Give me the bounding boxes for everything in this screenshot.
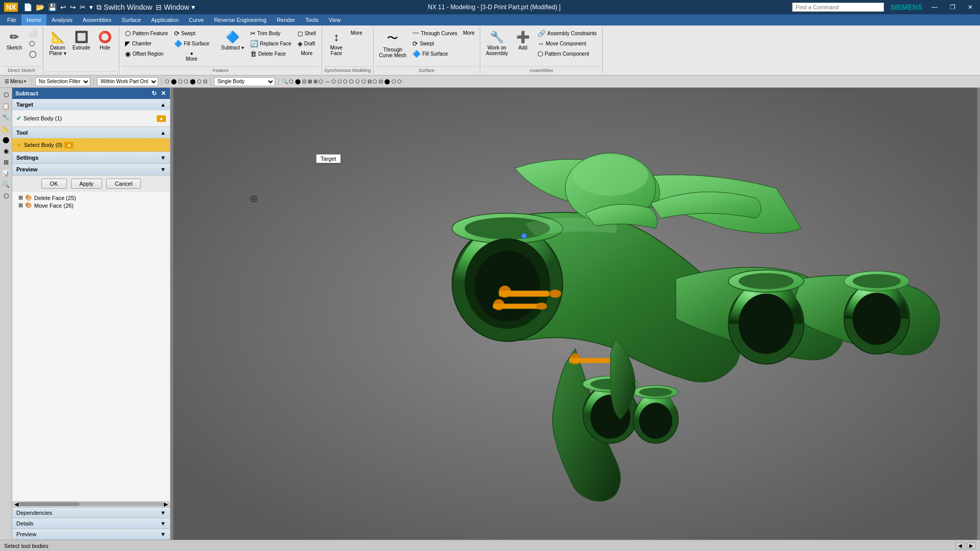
sidebar-icon-4[interactable]: 📐: [1, 123, 11, 134]
scroll-left-arrow[interactable]: ◀: [14, 501, 18, 508]
work-on-assembly-button[interactable]: 🔧 Work onAssembly: [483, 29, 510, 58]
statusbar-prev-button[interactable]: ◀: [955, 542, 965, 549]
selection-filter-dropdown[interactable]: No Selection Filter: [35, 77, 90, 86]
menu-file[interactable]: File: [2, 14, 21, 26]
pattern-feature-icon: ⬡: [125, 30, 131, 37]
qat-new[interactable]: 📄: [22, 3, 34, 12]
hole-icon: ⭕: [98, 31, 112, 44]
target-section-header[interactable]: Target ▲: [12, 99, 170, 110]
tree-item-2[interactable]: ⊞ 🎨 Move Face (26): [16, 202, 166, 209]
work-part-dropdown[interactable]: Within Work Part Onl: [97, 77, 158, 86]
scroll-right-arrow[interactable]: ▶: [164, 501, 168, 508]
menu-tools[interactable]: Tools: [300, 14, 324, 26]
through-curves-button[interactable]: 〰 Through Curves: [410, 29, 460, 38]
preview-section-header[interactable]: Preview ▼: [12, 164, 170, 175]
dependencies-header[interactable]: Dependencies ▼: [12, 508, 170, 518]
menu-application[interactable]: Application: [146, 14, 184, 26]
assembly-constraints-button[interactable]: 🔗 Assembly Constraints: [535, 29, 599, 38]
preview-bottom-header[interactable]: Preview ▼: [12, 529, 170, 539]
details-header[interactable]: Details ▼: [12, 518, 170, 529]
pattern-component-button[interactable]: ⬡ Pattern Component: [535, 49, 599, 59]
menu-label: Menu: [10, 79, 23, 84]
body-type-dropdown[interactable]: Single Body: [214, 77, 275, 86]
qat-undo[interactable]: ↩: [59, 3, 68, 12]
target-select-button[interactable]: ●: [157, 115, 166, 122]
surface-more-button[interactable]: More: [461, 29, 477, 37]
tool-select-button[interactable]: ●: [64, 142, 74, 148]
qat-switch-window[interactable]: ⧉ Switch Window: [95, 3, 154, 12]
tool-section-header[interactable]: Tool ▲: [12, 127, 170, 138]
sidebar-icon-3[interactable]: 🔧: [1, 112, 11, 122]
subtract-button[interactable]: 🔷 Subtract ▾: [218, 29, 247, 53]
sidebar-icon-8[interactable]: 📊: [1, 168, 11, 179]
sidebar-icon-10[interactable]: ⬡: [1, 191, 11, 201]
maximize-button[interactable]: ❐: [947, 3, 959, 12]
menu-icon[interactable]: ☰ Menu ▾: [2, 78, 29, 85]
move-component-button[interactable]: ↔ Move Component: [535, 39, 599, 48]
fill-surface-btn[interactable]: 🔷 Fill Surface: [410, 49, 460, 59]
ok-button[interactable]: OK: [41, 179, 67, 189]
swept-surface-button[interactable]: ⟳ Swept: [410, 39, 460, 48]
menu-home[interactable]: Home: [21, 14, 46, 26]
delete-face-button[interactable]: 🗑 Delete Face: [248, 49, 294, 59]
sketch-buttons: ✏ Sketch ⬜ ⬡ ◯: [2, 28, 41, 65]
fill-surface-button[interactable]: 🔷 Fill Surface: [172, 39, 212, 48]
menu-reverse-engineering[interactable]: Reverse Engineering: [209, 14, 272, 26]
hole-button[interactable]: ⭕ Hole: [93, 29, 116, 53]
scrollbar-thumb[interactable]: [18, 502, 80, 506]
qat-redo[interactable]: ↪: [68, 3, 78, 12]
feature-more-1[interactable]: ● More: [172, 49, 212, 63]
menu-render[interactable]: Render: [272, 14, 300, 26]
qat-cut[interactable]: ✂: [78, 3, 87, 12]
move-face-button[interactable]: ↕ MoveFace: [325, 29, 348, 58]
qat-window[interactable]: ⊟ Window ▾: [154, 3, 197, 12]
replace-face-button[interactable]: 🔄 Replace Face: [248, 39, 294, 48]
panel-close-button[interactable]: ✕: [160, 90, 167, 97]
minimize-button[interactable]: —: [928, 3, 941, 12]
through-curve-mesh-button[interactable]: 〜 ThroughCurve Mesh: [377, 29, 409, 60]
viewport[interactable]: Target ⊕: [170, 88, 980, 540]
ribbon-section-feature: ⬡ Pattern Feature ◤ Chamfer ◉ Offset Reg…: [119, 27, 322, 74]
menu-analysis[interactable]: Analysis: [46, 14, 78, 26]
swept-button[interactable]: ⟳ Swept: [172, 29, 212, 38]
sync-more-button[interactable]: More: [349, 29, 364, 37]
sidebar-icon-6[interactable]: ◉: [1, 146, 11, 156]
pattern-feature-button[interactable]: ⬡ Pattern Feature: [122, 29, 170, 38]
close-button[interactable]: ✕: [965, 3, 976, 12]
sketch-sub-2[interactable]: ⬡: [27, 39, 40, 48]
tree-item-1[interactable]: ⊞ 🎨 Delete Face (25): [16, 194, 166, 202]
statusbar-next-button[interactable]: ▶: [967, 542, 976, 549]
qat-more[interactable]: ▾: [88, 3, 94, 12]
command-search[interactable]: [792, 3, 884, 12]
panel-horizontal-scrollbar[interactable]: ◀ ▶: [12, 501, 170, 507]
sketch-sub-1[interactable]: ⬜: [27, 29, 40, 38]
sidebar-icon-5[interactable]: ⬤: [1, 135, 11, 145]
sketch-sub-3[interactable]: ◯: [27, 49, 40, 59]
scrollbar-track[interactable]: [18, 502, 164, 506]
sidebar-icon-2[interactable]: 📋: [1, 101, 11, 111]
settings-section-header[interactable]: Settings ▼: [12, 152, 170, 163]
chamfer-button[interactable]: ◤ Chamfer: [122, 39, 170, 48]
extrude-button[interactable]: 🔲 Extrude: [70, 29, 92, 53]
add-button[interactable]: ➕ Add: [511, 29, 534, 53]
datum-plane-button[interactable]: 📐 DatumPlane ▾: [46, 29, 69, 58]
sidebar-icon-1[interactable]: ⬡: [1, 90, 11, 100]
qat-open[interactable]: 📂: [34, 3, 46, 12]
panel-refresh-button[interactable]: ↻: [151, 90, 158, 97]
canvas-area[interactable]: Target ⊕: [170, 88, 980, 540]
feature-more-2[interactable]: More: [295, 49, 318, 58]
cancel-button[interactable]: Cancel: [106, 179, 141, 189]
shell-button[interactable]: ◻ Shell: [295, 29, 318, 38]
menu-surface[interactable]: Surface: [116, 14, 146, 26]
sidebar-icon-7[interactable]: ⊞: [1, 157, 11, 167]
qat-save[interactable]: 💾: [46, 3, 58, 12]
apply-button[interactable]: Apply: [71, 179, 103, 189]
menu-curve[interactable]: Curve: [184, 14, 209, 26]
menu-view[interactable]: View: [324, 14, 346, 26]
trim-body-button[interactable]: ✂ Trim Body: [248, 29, 294, 38]
sketch-button[interactable]: ✏ Sketch: [3, 29, 26, 53]
sidebar-icon-9[interactable]: 🔍: [1, 180, 11, 190]
offset-region-button[interactable]: ◉ Offset Region: [122, 49, 170, 59]
menu-assemblies[interactable]: Assemblies: [78, 14, 116, 26]
draft-button[interactable]: ◈ Draft: [295, 39, 318, 48]
